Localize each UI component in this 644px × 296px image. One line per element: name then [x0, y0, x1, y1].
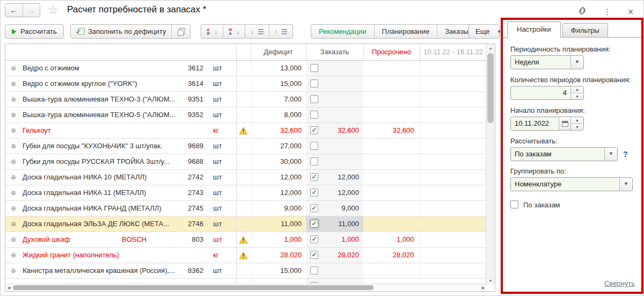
item-name-cell[interactable]: Губки для посуды РУССКАЯ ТРОЙКА 3шт/у... — [21, 154, 178, 169]
order-cell[interactable] — [306, 76, 363, 91]
spin-up-icon[interactable]: ▲ — [571, 86, 583, 93]
item-code-cell[interactable]: 2742 — [178, 169, 208, 185]
table-row[interactable]: ⊕Губки для посуды "КУХОНЬЧИК" 3 шт/упак.… — [5, 138, 487, 154]
expand-icon[interactable]: ⊕ — [11, 111, 16, 119]
item-code-cell[interactable]: 9689 — [178, 138, 208, 154]
overdue-cell[interactable] — [363, 169, 420, 185]
item-code-cell[interactable]: 3612 — [178, 60, 208, 76]
warning-column-header[interactable] — [236, 44, 251, 60]
periods-count-input[interactable]: 4 ▲▼ — [510, 86, 584, 100]
table-row[interactable]: ⊕Духовой шкафBOSCH803шт!1,000✓1,0001,000 — [5, 232, 487, 247]
scroll-down-icon[interactable]: ▼ — [486, 277, 495, 285]
item-name-cell[interactable]: Доска гладильная НИКА 10 (МЕТАЛЛ) — [21, 169, 178, 185]
overdue-cell[interactable] — [363, 60, 420, 76]
item-name-cell[interactable]: Доска гладильная ЭЛЬЗА ДЕ ЛЮКС (МЕТА... — [21, 216, 178, 232]
group-by-select[interactable]: Номенклатуре ▼ — [510, 177, 633, 191]
order-checkbox[interactable] — [310, 142, 318, 150]
collapse-link[interactable]: Свернуть — [604, 279, 635, 287]
item-code-cell[interactable]: 8362 — [178, 263, 208, 278]
order-checkbox[interactable] — [310, 111, 318, 119]
by-orders-checkbox[interactable] — [510, 200, 518, 208]
item-unit-cell[interactable]: шт — [208, 263, 236, 278]
overdue-cell[interactable] — [363, 76, 420, 91]
order-cell[interactable] — [306, 154, 363, 169]
sort-desc-button[interactable]: ЯА↓ — [223, 25, 245, 38]
deficit-cell[interactable]: 27,000 — [251, 138, 306, 154]
deficit-cell[interactable]: 12,000 — [251, 185, 306, 200]
horizontal-scrollbar[interactable]: ◀ ▶ — [5, 284, 487, 291]
nav-button-group[interactable]: ← → — [5, 3, 40, 17]
item-code-cell[interactable]: 803 — [178, 232, 208, 247]
order-cell[interactable]: ✓11,000 — [306, 216, 363, 232]
scroll-right-icon[interactable]: ▶ — [480, 284, 487, 291]
chevron-down-icon[interactable]: ▼ — [604, 148, 617, 161]
table-row[interactable]: ⊕Доска гладильная НИКА ГРАНД (МЕТАЛЛ)274… — [5, 200, 487, 216]
period-cell[interactable] — [420, 169, 487, 185]
table-row[interactable]: ⊕Жидкий гранит (наполнитель)кг!28,020✓28… — [5, 247, 487, 263]
overdue-cell[interactable] — [363, 185, 420, 200]
item-code-cell[interactable] — [178, 122, 208, 138]
favorite-star-icon[interactable]: ☆ — [48, 4, 58, 17]
item-name-cell[interactable]: Доска гладильная НИКА 11 (МЕТАЛЛ) — [21, 185, 178, 200]
overdue-cell[interactable]: 28,020 — [363, 247, 420, 263]
expand-icon[interactable]: ⊕ — [11, 174, 16, 181]
expand-icon[interactable]: ⊕ — [11, 96, 16, 103]
item-name-cell[interactable]: Ведро с отжимом — [21, 60, 178, 76]
spin-down-icon[interactable]: ▼ — [571, 124, 583, 131]
expand-icon[interactable]: ⊕ — [11, 205, 16, 212]
expand-icon[interactable]: ⊕ — [11, 189, 16, 197]
overdue-cell[interactable] — [363, 107, 420, 122]
item-unit-cell[interactable]: кг — [208, 122, 236, 138]
deficit-column-header[interactable]: Дефицит — [251, 44, 306, 60]
table-row[interactable]: ⊕Доска гладильная НИКА 10 (МЕТАЛЛ)2742шт… — [5, 169, 487, 185]
order-cell[interactable]: ✓1,000 — [306, 232, 363, 247]
periodicity-select[interactable]: Неделя ▼ — [510, 55, 584, 69]
item-name-cell[interactable]: Ведро с отжимом круглое ("YORK") — [21, 76, 178, 91]
table-row[interactable]: ⊕Ведро с отжимом3612шт13,000 — [5, 60, 487, 76]
item-name-cell[interactable]: Гелькоут — [21, 122, 178, 138]
scroll-left-icon[interactable]: ◀ — [5, 284, 12, 291]
order-cell[interactable]: ✓12,000 — [306, 169, 363, 185]
item-unit-cell[interactable]: шт — [208, 216, 236, 232]
move-down-button[interactable]: ↓ — [245, 25, 269, 38]
period-cell[interactable] — [420, 76, 487, 91]
overdue-cell[interactable] — [363, 154, 420, 169]
chevron-down-icon[interactable]: ▼ — [570, 56, 583, 69]
overdue-cell[interactable]: 32,600 — [363, 122, 420, 138]
spin-up-icon[interactable]: ▲ — [571, 117, 583, 124]
item-name-cell[interactable]: Доска гладильная НИКА ГРАНД (МЕТАЛЛ) — [21, 200, 178, 216]
item-code-cell[interactable]: 9351 — [178, 91, 208, 107]
close-icon[interactable]: ✕ — [627, 8, 634, 16]
overdue-cell[interactable]: 1,000 — [363, 232, 420, 247]
calendar-button[interactable] — [559, 117, 570, 130]
period-cell[interactable] — [420, 185, 487, 200]
item-code-cell[interactable] — [178, 247, 208, 263]
item-unit-cell[interactable]: шт — [208, 232, 236, 247]
deficit-cell[interactable]: 15,000 — [251, 76, 306, 91]
calculate-by-select[interactable]: По заказам ▼ — [510, 147, 618, 161]
order-cell[interactable]: ✓32,600 — [306, 122, 363, 138]
forward-icon[interactable]: → — [23, 4, 40, 17]
move-up-button[interactable]: ↑ — [269, 25, 293, 38]
period-cell[interactable] — [420, 107, 487, 122]
table-row[interactable]: ⊕Ведро с отжимом круглое ("YORK")3614шт1… — [5, 76, 487, 91]
order-checkbox[interactable] — [310, 80, 318, 88]
item-name-cell[interactable]: Духовой шкафBOSCH — [21, 232, 178, 247]
period-cell[interactable] — [420, 122, 487, 138]
order-cell[interactable] — [306, 138, 363, 154]
vertical-scrollbar-thumb[interactable] — [487, 53, 494, 123]
overdue-column-header[interactable]: Просрочено — [363, 44, 420, 60]
item-code-cell[interactable]: 3614 — [178, 76, 208, 91]
item-code-cell[interactable]: 9352 — [178, 107, 208, 122]
deficit-cell[interactable]: 7,000 — [251, 91, 306, 107]
expand-icon[interactable]: ⊕ — [11, 64, 16, 72]
copy-settings-button[interactable] — [171, 25, 190, 38]
item-unit-cell[interactable]: шт — [208, 154, 236, 169]
table-row[interactable]: ⊕Доска гладильная ЭЛЬЗА ДЕ ЛЮКС (МЕТА...… — [5, 216, 487, 232]
item-code-cell[interactable]: 2745 — [178, 200, 208, 216]
period-cell[interactable] — [420, 216, 487, 232]
expand-icon[interactable]: ⊕ — [11, 236, 16, 243]
expand-icon[interactable]: ⊕ — [11, 142, 16, 150]
period-cell[interactable] — [420, 154, 487, 169]
deficit-cell[interactable]: 9,000 — [251, 200, 306, 216]
